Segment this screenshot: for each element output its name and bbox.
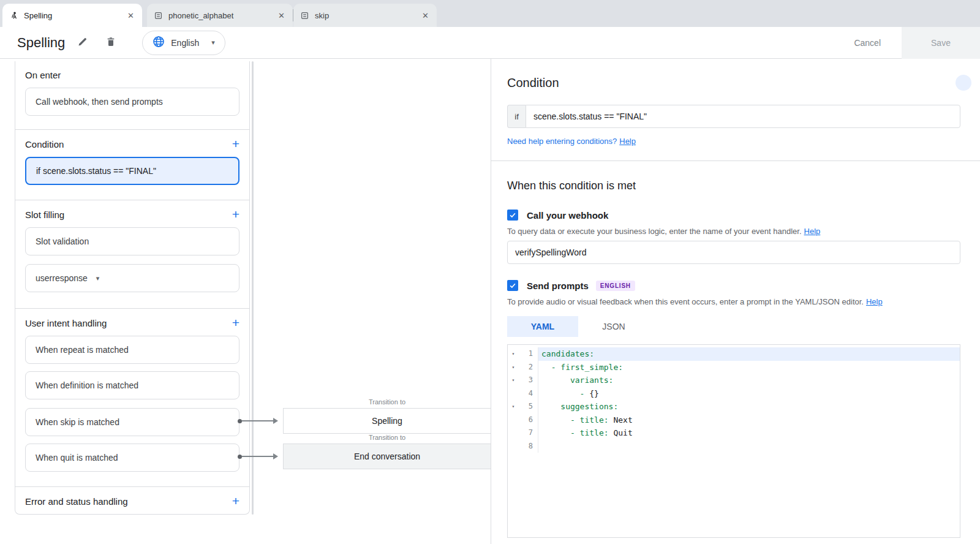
section-condition: Condition + [15, 130, 249, 149]
condition-item-selected[interactable]: if scene.slots.status == "FINAL" [25, 157, 239, 185]
intent-icon [154, 11, 163, 20]
fold-arrow-icon[interactable]: ▾ [508, 361, 519, 374]
check-icon [508, 281, 517, 290]
send-prompts-checkbox[interactable] [507, 280, 518, 291]
fold-arrow-icon[interactable]: ▾ [508, 347, 519, 361]
code-text[interactable]: - first_simple: [538, 361, 960, 374]
item-label: if scene.slots.status == "FINAL" [36, 166, 156, 176]
transition-node-spelling[interactable]: Spelling [283, 408, 491, 434]
browser-tab-strip: Spelling ✕ phonetic_alphabet ✕ skip ✕ [0, 0, 980, 27]
intent-quit-item[interactable]: When quit is matched [25, 444, 239, 472]
divider [491, 161, 980, 161]
fold-arrow-icon[interactable]: ▾ [508, 400, 519, 414]
slot-userresponse-item[interactable]: userresponse ▾ [25, 264, 239, 292]
call-webhook-row: Call your webhook [507, 210, 960, 221]
when-condition-met-title: When this condition is met [507, 179, 960, 192]
code-line[interactable]: 7 - title: Quit [508, 426, 960, 440]
line-number: 3 [519, 374, 538, 387]
intent-definition-item[interactable]: When definition is matched [25, 371, 239, 399]
prompts-help-link[interactable]: Help [866, 297, 883, 306]
delete-button[interactable] [100, 32, 121, 53]
code-text[interactable]: - title: Quit [538, 426, 960, 440]
language-selector[interactable]: English ▾ [142, 31, 225, 55]
check-icon [508, 211, 517, 219]
transition-node-end-conversation[interactable]: End conversation [283, 444, 491, 469]
scene-icon [10, 11, 18, 20]
panel-title: Condition [507, 76, 960, 90]
webhook-handler-input[interactable] [507, 241, 960, 264]
tab-phonetic-alphabet[interactable]: phonetic_alphabet ✕ [147, 4, 293, 27]
left-pane-scrollbar[interactable] [252, 61, 254, 515]
connector-arrowhead-icon [273, 418, 278, 424]
code-text[interactable] [538, 440, 960, 453]
connector-line [242, 456, 273, 457]
webhook-help-link[interactable]: Help [804, 227, 821, 236]
code-line[interactable]: 4 - {} [508, 387, 960, 401]
code-text[interactable]: - title: Next [538, 414, 960, 427]
line-number: 1 [519, 347, 538, 361]
yaml-code-editor[interactable]: ▾1 candidates: ▾2 - first_simple: ▾3 var… [507, 344, 960, 538]
tab-json[interactable]: JSON [578, 316, 649, 337]
intent-skip-item[interactable]: When skip is matched [25, 408, 239, 436]
panel-fab-partial[interactable] [956, 75, 971, 91]
code-text[interactable]: - {} [538, 387, 960, 401]
editor-format-tabs: YAML JSON [507, 316, 960, 337]
condition-help-link[interactable]: Help [619, 137, 636, 146]
add-intent-handler-button[interactable]: + [232, 317, 239, 328]
section-title: Condition [25, 139, 64, 149]
section-title: On enter [25, 70, 61, 80]
section-title: Slot filling [25, 210, 64, 220]
tab-spelling[interactable]: Spelling ✕ [2, 4, 142, 27]
description-text: To query data or execute your business l… [507, 227, 802, 236]
description-text: To provide audio or visual feedback when… [507, 297, 864, 306]
send-prompts-row: Send prompts ENGLISH [507, 280, 960, 291]
code-line[interactable]: ▾5 suggestions: [508, 400, 960, 414]
section-slot-filling: Slot filling + [15, 200, 249, 220]
edit-button[interactable] [72, 32, 93, 53]
on-enter-handler-item[interactable]: Call webhook, then send prompts [25, 88, 239, 116]
intent-repeat-item[interactable]: When repeat is matched [25, 336, 239, 364]
code-line[interactable]: ▾1 candidates: [508, 347, 960, 361]
tab-yaml[interactable]: YAML [507, 316, 578, 337]
tab-skip[interactable]: skip ✕ [293, 4, 437, 27]
section-user-intent-handling: User intent handling + [15, 309, 249, 328]
item-label: Slot validation [36, 236, 89, 246]
line-number: 7 [519, 426, 538, 440]
close-icon[interactable]: ✕ [276, 11, 287, 20]
intent-icon [301, 11, 309, 20]
code-text[interactable]: suggestions: [538, 400, 960, 414]
transition-target: End conversation [354, 451, 420, 461]
close-icon[interactable]: ✕ [420, 11, 431, 20]
add-error-handler-button[interactable]: + [232, 496, 239, 507]
code-line[interactable]: ▾2 - first_simple: [508, 361, 960, 374]
transition-target: Spelling [372, 416, 402, 426]
cancel-button[interactable]: Cancel [854, 38, 881, 48]
item-label: userresponse [36, 273, 88, 283]
tab-label: Spelling [24, 11, 119, 20]
section-title: User intent handling [25, 318, 107, 328]
condition-expression-row: if [507, 105, 960, 128]
connector-dot [238, 455, 242, 459]
pencil-icon [77, 36, 88, 49]
close-icon[interactable]: ✕ [126, 11, 136, 20]
code-text[interactable]: candidates: [538, 347, 960, 361]
add-condition-button[interactable]: + [232, 138, 239, 149]
send-prompts-label: Send prompts [527, 281, 589, 291]
slot-validation-item[interactable]: Slot validation [25, 227, 239, 255]
code-line[interactable]: ▾3 variants: [508, 374, 960, 387]
call-webhook-checkbox[interactable] [507, 210, 518, 221]
code-line[interactable]: 6 - title: Next [508, 414, 960, 427]
section-title: Error and status handling [25, 496, 128, 507]
add-slot-button[interactable]: + [232, 209, 239, 220]
condition-help-text: Need help entering conditions?Help [507, 137, 960, 146]
fold-arrow-icon[interactable]: ▾ [508, 374, 519, 387]
scene-editor-card: On enter Call webhook, then send prompts… [15, 61, 250, 515]
page-title: Spelling [17, 35, 65, 51]
chevron-down-icon: ▾ [211, 39, 215, 47]
tab-label: phonetic_alphabet [168, 11, 270, 20]
code-line[interactable]: 8 [508, 440, 960, 453]
code-text[interactable]: variants: [538, 374, 960, 387]
save-button[interactable]: Save [902, 27, 980, 59]
line-number: 4 [519, 387, 538, 401]
condition-expression-input[interactable] [526, 105, 960, 128]
